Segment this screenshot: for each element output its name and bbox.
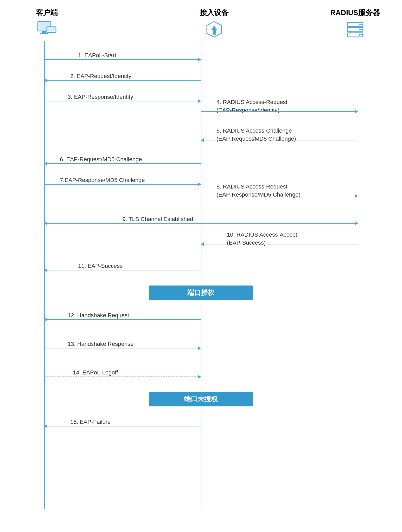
msg-11-arrow xyxy=(44,270,201,270)
msg-6-arrow xyxy=(44,163,201,164)
msg-15-arrow xyxy=(44,426,201,426)
client-vline xyxy=(44,41,45,509)
msg-13-label: 13. Handshake Response xyxy=(68,341,133,347)
svg-point-13 xyxy=(361,24,363,25)
msg-11-label: 11. EAP-Success xyxy=(78,263,123,269)
port-unauth-label: 端口未授权 xyxy=(184,395,218,403)
msg-6-head xyxy=(44,162,47,165)
svg-point-12 xyxy=(359,24,361,25)
client-icon xyxy=(36,20,57,38)
msg-5-label: 5. RADIUS Access-Challenge(EAP-Request/M… xyxy=(216,127,296,143)
device-icon xyxy=(204,20,225,38)
lines-area: 1. EAPoL-Start 2. EAP-Request/Identity 3… xyxy=(0,41,402,509)
msg-13-head xyxy=(198,346,201,350)
msg-6-label: 6. EAP-Request/MD5 Challenge xyxy=(60,156,142,163)
msg-7-label: 7.EAP-Response/MD5 Challenge xyxy=(60,177,145,184)
msg-9-label: 9. TLS Channel Established xyxy=(122,216,193,223)
msg-14-label: 14. EAPoL-Logoff xyxy=(73,369,118,376)
msg-4-label: 4. RADIUS Access-Request(EAP-Response/Id… xyxy=(216,98,288,114)
msg-8-arrow xyxy=(201,196,358,196)
msg-10-head xyxy=(201,242,204,246)
svg-rect-2 xyxy=(42,31,46,33)
msg-9-arrow xyxy=(44,223,358,224)
msg-10-arrow xyxy=(201,244,358,244)
msg-12-head xyxy=(44,318,47,321)
actor-device: 接入设备 xyxy=(188,8,240,38)
msg-8-head xyxy=(355,194,358,198)
msg-1-arrow xyxy=(44,59,201,60)
msg-1-head xyxy=(198,58,201,61)
msg-2-head xyxy=(44,79,47,82)
svg-point-14 xyxy=(359,29,361,30)
msg-2-label: 2. EAP-Request/Identity xyxy=(70,73,131,80)
client-label: 客户端 xyxy=(36,8,58,18)
port-auth-box: 端口授权 xyxy=(149,286,253,300)
msg-12-arrow xyxy=(44,319,201,320)
msg-3-label: 3. EAP-Response/Identity xyxy=(68,94,133,100)
svg-marker-8 xyxy=(211,25,217,35)
msg-7-head xyxy=(198,183,201,186)
msg-15-label: 15. EAP-Failure xyxy=(70,419,111,425)
msg-12-label: 12. Handshake Request xyxy=(68,312,129,319)
svg-rect-6 xyxy=(47,32,55,33)
svg-rect-5 xyxy=(47,27,55,31)
msg-3-head xyxy=(198,99,201,103)
radius-icon xyxy=(345,20,366,38)
actor-client: 客户端 xyxy=(21,8,73,38)
msg-10-label: 10. RADIUS Access-Accept(EAP-Success) xyxy=(227,231,297,247)
actor-radius: RADIUS服务器 xyxy=(329,8,381,38)
msg-5-head xyxy=(201,138,204,142)
msg-13-arrow xyxy=(44,348,201,348)
msg-5-arrow xyxy=(201,140,358,140)
msg-15-head xyxy=(44,424,47,428)
msg-4-head xyxy=(355,110,358,113)
msg-1-label: 1. EAPoL-Start xyxy=(78,52,116,59)
msg-2-arrow xyxy=(44,80,201,81)
port-auth-label: 端口授权 xyxy=(187,289,214,296)
msg-14-head xyxy=(198,375,201,379)
msg-7-arrow xyxy=(44,184,201,185)
svg-point-15 xyxy=(361,29,363,30)
header-row: 客户端 接入设备 xyxy=(0,8,402,38)
svg-point-16 xyxy=(359,34,361,36)
svg-rect-3 xyxy=(40,33,48,34)
port-unauth-box: 端口未授权 xyxy=(149,392,253,406)
msg-11-head xyxy=(44,268,47,272)
diagram-container: 客户端 接入设备 xyxy=(0,0,402,532)
msg-9-head-right xyxy=(355,222,358,225)
msg-9-head-left xyxy=(44,222,47,225)
svg-point-17 xyxy=(361,34,363,36)
radius-label: RADIUS服务器 xyxy=(330,8,380,18)
device-label: 接入设备 xyxy=(200,8,229,18)
msg-8-label: 8. RADIUS Access-Request(EAP-Response/MD… xyxy=(216,183,301,199)
msg-3-arrow xyxy=(44,101,201,101)
msg-14-arrow xyxy=(44,377,201,377)
msg-4-arrow xyxy=(201,111,358,112)
